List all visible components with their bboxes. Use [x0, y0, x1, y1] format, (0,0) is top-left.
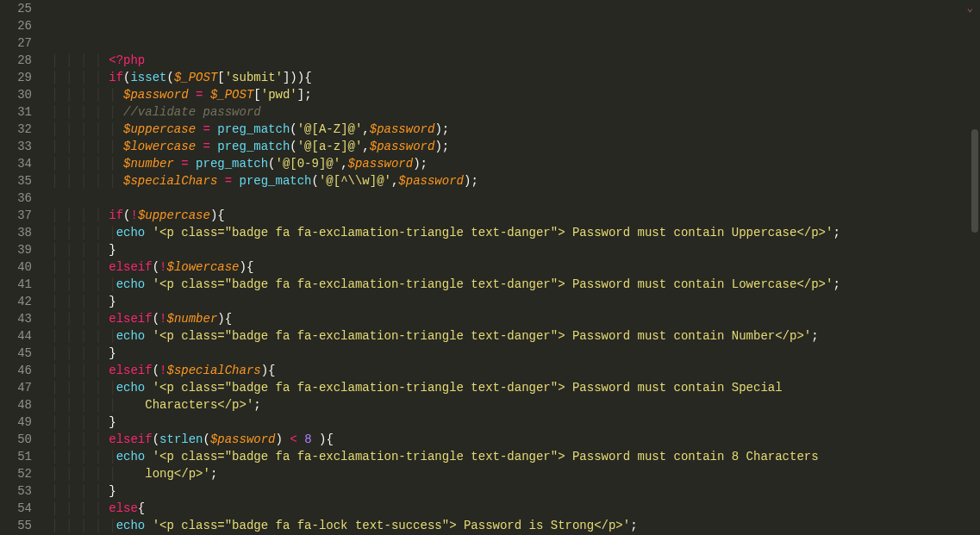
- line-number: 26: [0, 17, 47, 34]
- code-line[interactable]: │ │ │ │ elseif(!$lowercase){: [51, 258, 980, 276]
- line-number: 38: [0, 224, 47, 241]
- line-number: 32: [0, 121, 47, 138]
- line-number: 35: [0, 172, 47, 190]
- code-line[interactable]: │ │ │ │ │ Characters</p>';: [51, 396, 980, 414]
- code-line[interactable]: │ │ │ │ │echo '<p class="badge fa fa-exc…: [51, 327, 980, 345]
- line-number: 47: [0, 379, 47, 396]
- code-line[interactable]: │ │ │ │ │echo '<p class="badge fa fa-exc…: [51, 448, 980, 465]
- line-number-gutter: 2526272829303132333435363738394041424344…: [0, 0, 47, 535]
- line-number: 30: [0, 86, 47, 103]
- line-number: 36: [0, 190, 47, 207]
- line-number: 41: [0, 276, 47, 293]
- code-line[interactable]: │ │ │ │ <?php: [51, 52, 980, 69]
- code-line[interactable]: │ │ │ │ │ $uppercase = preg_match('@[A-Z…: [51, 121, 980, 138]
- line-number: 50: [0, 431, 47, 448]
- line-number: 42: [0, 293, 47, 310]
- code-line[interactable]: │ │ │ │ │echo '<p class="badge fa fa-exc…: [51, 379, 980, 396]
- line-number: 25: [0, 0, 47, 17]
- code-line[interactable]: │ │ │ │ │ long</p>';: [51, 465, 980, 482]
- code-line[interactable]: │ │ │ │ │ $lowercase = preg_match('@[a-z…: [51, 138, 980, 155]
- code-line[interactable]: │ │ │ │ │ $password = $_POST['pwd'];: [51, 86, 980, 103]
- code-line[interactable]: │ │ │ │ elseif(!$specialChars){: [51, 362, 980, 379]
- code-line[interactable]: │ │ │ │ }: [51, 414, 980, 431]
- vertical-scrollbar[interactable]: [970, 0, 980, 535]
- code-editor[interactable]: 2526272829303132333435363738394041424344…: [0, 0, 980, 535]
- line-number: 43: [0, 310, 47, 327]
- line-number: 37: [0, 207, 47, 224]
- code-line[interactable]: │ │ │ │ }: [51, 482, 980, 500]
- code-area[interactable]: ⌄ │ │ │ │ <?php│ │ │ │ if(isset($_POST['…: [47, 0, 980, 535]
- code-line[interactable]: │ │ │ │ }: [51, 241, 980, 258]
- line-number: 55: [0, 517, 47, 534]
- line-number: 54: [0, 500, 47, 517]
- code-line[interactable]: │ │ │ │ │ $specialChars = preg_match('@[…: [51, 172, 980, 190]
- code-line[interactable]: │ │ │ │ │echo '<p class="badge fa fa-exc…: [51, 276, 980, 293]
- line-number: 51: [0, 448, 47, 465]
- line-number: 48: [0, 396, 47, 414]
- line-number: 31: [0, 103, 47, 121]
- code-line[interactable]: │ │ │ │ if(isset($_POST['submit'])){: [51, 69, 980, 86]
- line-number: 27: [0, 34, 47, 52]
- code-line[interactable]: │ │ │ │ │echo '<p class="badge fa fa-loc…: [51, 517, 980, 534]
- line-number: 33: [0, 138, 47, 155]
- line-number: 29: [0, 69, 47, 86]
- code-line[interactable]: │ │ │ │ if(!$uppercase){: [51, 207, 980, 224]
- code-line[interactable]: │ │ │ │ │ $number = preg_match('@[0-9]@'…: [51, 155, 980, 172]
- line-number: 39: [0, 241, 47, 258]
- line-number: 52: [0, 465, 47, 482]
- scrollbar-thumb[interactable]: [971, 129, 978, 233]
- line-number: 40: [0, 258, 47, 276]
- line-number: 28: [0, 52, 47, 69]
- code-line[interactable]: │ │ │ │ │echo '<p class="badge fa fa-exc…: [51, 224, 980, 241]
- code-line[interactable]: │ │ │ │ }: [51, 345, 980, 362]
- line-number: 49: [0, 414, 47, 431]
- code-line[interactable]: │ │ │ │ │ //validate password: [51, 103, 980, 121]
- line-number: 44: [0, 327, 47, 345]
- line-number: 53: [0, 482, 47, 500]
- line-number: 46: [0, 362, 47, 379]
- code-line[interactable]: │ │ │ │ elseif(strlen($password) < 8 ){: [51, 431, 980, 448]
- line-number: 34: [0, 155, 47, 172]
- code-line[interactable]: │ │ │ │ }: [51, 293, 980, 310]
- code-line[interactable]: │ │ │ │ elseif(!$number){: [51, 310, 980, 327]
- code-line[interactable]: [51, 190, 980, 207]
- code-line[interactable]: │ │ │ │ else{: [51, 500, 980, 517]
- line-number: 45: [0, 345, 47, 362]
